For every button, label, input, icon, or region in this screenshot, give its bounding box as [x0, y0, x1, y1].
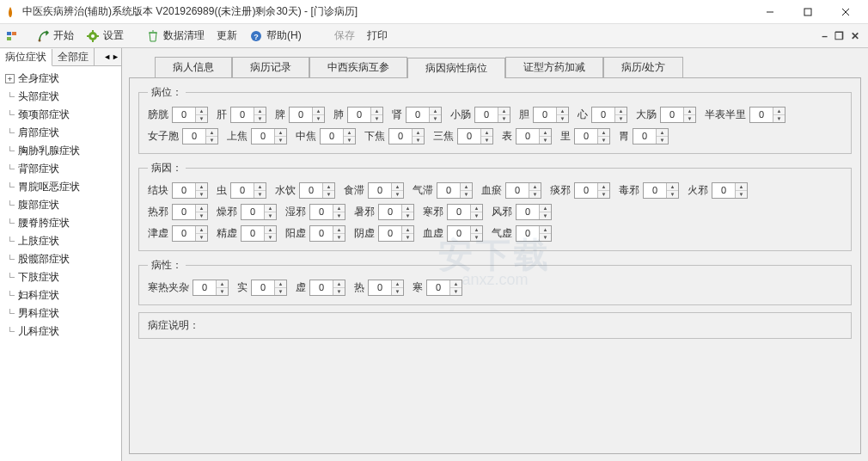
spinner-up-icon[interactable]: ▲ — [206, 129, 217, 137]
spinner-value[interactable]: 0 — [348, 108, 370, 122]
spinner-value[interactable]: 0 — [437, 183, 460, 198]
refresh-button[interactable]: 更新 — [211, 27, 242, 45]
number-spinner[interactable]: 0▲▼ — [749, 107, 785, 123]
tree-leaf-icon[interactable] — [5, 146, 15, 156]
spinner-value[interactable]: 0 — [193, 280, 216, 295]
mdi-minimize-icon[interactable]: – — [822, 30, 828, 42]
spinner-down-icon[interactable]: ▼ — [413, 137, 424, 144]
spinner-value[interactable]: 0 — [173, 108, 195, 122]
spinner-down-icon[interactable]: ▼ — [217, 288, 228, 295]
spinner-value[interactable]: 0 — [644, 183, 666, 198]
spinner-up-icon[interactable]: ▲ — [773, 108, 785, 115]
tree-node[interactable]: 妇科症状 — [2, 286, 119, 304]
tree-node[interactable]: 背部症状 — [2, 160, 119, 178]
spinner-up-icon[interactable]: ▲ — [471, 205, 482, 212]
spinner-down-icon[interactable]: ▼ — [196, 115, 207, 122]
spinner-up-icon[interactable]: ▲ — [254, 108, 266, 115]
spinner-down-icon[interactable]: ▼ — [773, 115, 785, 122]
number-spinner[interactable]: 0▲▼ — [230, 107, 266, 123]
spinner-up-icon[interactable]: ▲ — [684, 108, 695, 115]
number-spinner[interactable]: 0▲▼ — [516, 225, 552, 242]
close-button[interactable] — [827, 0, 865, 24]
number-spinner[interactable]: 0▲▼ — [230, 182, 266, 199]
spinner-down-icon[interactable]: ▼ — [736, 191, 747, 198]
nav-left-icon[interactable]: ◄ — [103, 52, 111, 61]
spinner-up-icon[interactable]: ▲ — [275, 129, 286, 137]
clean-button[interactable]: 数据清理 — [141, 27, 210, 45]
spinner-value[interactable]: 0 — [241, 226, 264, 241]
spinner-value[interactable]: 0 — [379, 226, 401, 241]
spinner-up-icon[interactable]: ▲ — [333, 226, 345, 234]
spinner-up-icon[interactable]: ▲ — [461, 183, 472, 191]
spinner-up-icon[interactable]: ▲ — [392, 183, 403, 191]
number-spinner[interactable]: 0▲▼ — [320, 128, 356, 144]
number-spinner[interactable]: 0▲▼ — [182, 128, 218, 144]
mdi-restore-icon[interactable]: ❐ — [834, 30, 844, 42]
content-tab[interactable]: 病因病性病位 — [407, 58, 505, 78]
spinner-down-icon[interactable]: ▼ — [450, 288, 462, 295]
number-spinner[interactable]: 0▲▼ — [633, 128, 669, 144]
spinner-value[interactable]: 0 — [712, 183, 735, 198]
spinner-value[interactable]: 0 — [389, 129, 412, 144]
spinner-value[interactable]: 0 — [300, 183, 322, 198]
spinner-up-icon[interactable]: ▲ — [275, 280, 286, 288]
tree-node[interactable]: +全身症状 — [2, 70, 119, 88]
number-spinner[interactable]: 0▲▼ — [516, 204, 552, 220]
number-spinner[interactable]: 0▲▼ — [368, 280, 404, 296]
spinner-value[interactable]: 0 — [592, 108, 614, 122]
mdi-close-icon[interactable]: ✕ — [851, 30, 859, 42]
tree-node[interactable]: 头部症状 — [2, 88, 119, 106]
spinner-down-icon[interactable]: ▼ — [392, 288, 403, 295]
help-button[interactable]: ?帮助(H) — [244, 27, 307, 45]
number-spinner[interactable]: 0▲▼ — [406, 107, 442, 123]
spinner-up-icon[interactable]: ▲ — [615, 108, 627, 115]
spinner-down-icon[interactable]: ▼ — [498, 115, 510, 122]
spinner-up-icon[interactable]: ▲ — [265, 205, 276, 212]
spinner-down-icon[interactable]: ▼ — [333, 288, 345, 295]
spinner-down-icon[interactable]: ▼ — [430, 115, 441, 122]
number-spinner[interactable]: 0▲▼ — [309, 225, 345, 242]
spinner-value[interactable]: 0 — [534, 108, 556, 122]
spinner-down-icon[interactable]: ▼ — [598, 191, 609, 198]
number-spinner[interactable]: 0▲▼ — [241, 204, 277, 220]
spinner-up-icon[interactable]: ▲ — [667, 183, 678, 191]
number-spinner[interactable]: 0▲▼ — [241, 225, 277, 242]
tree-leaf-icon[interactable] — [5, 273, 15, 282]
tree-leaf-icon[interactable] — [5, 218, 15, 228]
spinner-value[interactable]: 0 — [369, 280, 391, 295]
spinner-up-icon[interactable]: ▲ — [196, 226, 207, 234]
minimize-button[interactable] — [751, 0, 789, 24]
tree-leaf-icon[interactable] — [5, 255, 15, 264]
spinner-value[interactable]: 0 — [231, 183, 254, 198]
number-spinner[interactable]: 0▲▼ — [172, 107, 208, 123]
number-spinner[interactable]: 0▲▼ — [251, 280, 287, 296]
number-spinner[interactable]: 0▲▼ — [347, 107, 383, 123]
tree-leaf-icon[interactable] — [5, 164, 15, 174]
spinner-down-icon[interactable]: ▼ — [667, 191, 678, 198]
spinner-value[interactable]: 0 — [369, 183, 391, 198]
spinner-up-icon[interactable]: ▲ — [529, 183, 541, 191]
number-spinner[interactable]: 0▲▼ — [378, 225, 414, 242]
spinner-up-icon[interactable]: ▲ — [450, 280, 462, 288]
spinner-down-icon[interactable]: ▼ — [481, 137, 492, 144]
spinner-down-icon[interactable]: ▼ — [540, 234, 551, 241]
spinner-down-icon[interactable]: ▼ — [461, 191, 472, 198]
settings-button[interactable]: 设置 — [81, 27, 129, 45]
number-spinner[interactable]: 0▲▼ — [474, 107, 510, 123]
spinner-down-icon[interactable]: ▼ — [333, 212, 345, 219]
tree-leaf-icon[interactable] — [5, 110, 15, 120]
tree-node[interactable]: 男科症状 — [2, 304, 119, 323]
tree-node[interactable]: 上肢症状 — [2, 232, 119, 250]
spinner-up-icon[interactable]: ▲ — [344, 129, 355, 137]
spinner-up-icon[interactable]: ▲ — [196, 108, 207, 115]
spinner-up-icon[interactable]: ▲ — [540, 129, 551, 137]
spinner-down-icon[interactable]: ▼ — [323, 191, 334, 198]
number-spinner[interactable]: 0▲▼ — [251, 128, 287, 144]
spinner-value[interactable]: 0 — [661, 108, 683, 122]
tree-node[interactable]: 胸胁乳腺症状 — [2, 142, 119, 160]
spinner-value[interactable]: 0 — [379, 205, 401, 219]
spinner-up-icon[interactable]: ▲ — [598, 129, 609, 137]
number-spinner[interactable]: 0▲▼ — [172, 204, 208, 220]
tree-node[interactable]: 股髋部症状 — [2, 250, 119, 268]
number-spinner[interactable]: 0▲▼ — [289, 107, 325, 123]
